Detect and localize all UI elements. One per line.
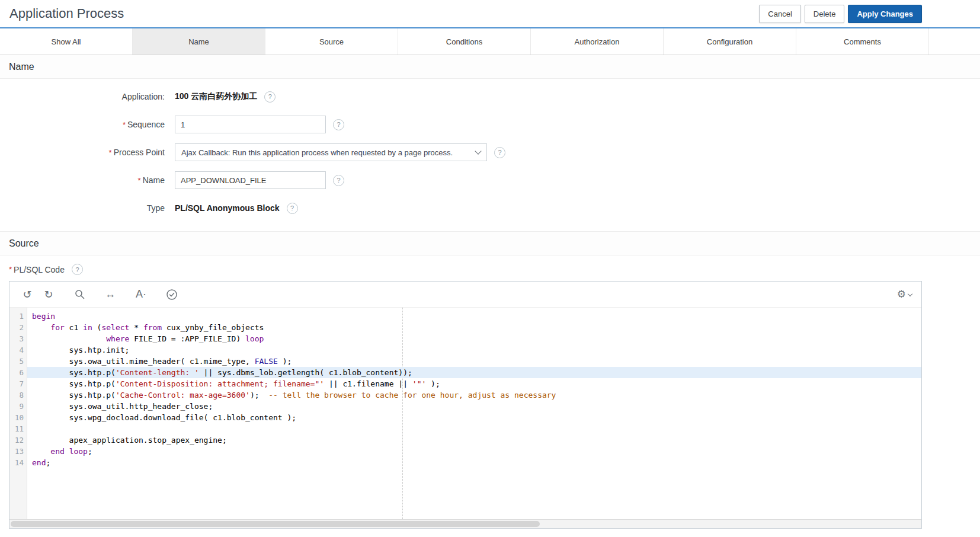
code-line[interactable]: sys.htp.init; bbox=[27, 344, 921, 356]
application-value: 100 云南白药外协加工 bbox=[175, 91, 257, 102]
editor-settings[interactable]: ⚙ bbox=[897, 288, 912, 301]
code-line[interactable]: begin bbox=[27, 311, 921, 322]
line-number: 6 bbox=[9, 367, 24, 378]
code-token bbox=[65, 447, 69, 456]
code-token: sys.owa_util.http_header_close; bbox=[32, 402, 213, 411]
scrollbar-thumb[interactable] bbox=[11, 521, 540, 527]
validate-icon[interactable] bbox=[164, 286, 180, 303]
code-token: from bbox=[143, 323, 162, 332]
tab-authorization[interactable]: Authorization bbox=[531, 28, 664, 55]
editor-code-area[interactable]: begin for c1 in (select * from cux_ynby_… bbox=[27, 308, 921, 519]
source-section: Source * PL/SQL Code ? ↺ ↻ ↔ A· bbox=[0, 231, 980, 529]
help-icon[interactable]: ? bbox=[287, 203, 298, 214]
help-icon[interactable]: ? bbox=[264, 91, 276, 103]
code-token: ); bbox=[426, 379, 440, 388]
line-number: 5 bbox=[9, 356, 24, 367]
process-point-row: *Process Point Ajax Callback: Run this a… bbox=[0, 143, 980, 161]
code-line[interactable]: end; bbox=[27, 457, 921, 468]
code-line[interactable]: sys.owa_util.mime_header( c1.mime_type, … bbox=[27, 356, 921, 367]
validate-group bbox=[164, 286, 180, 303]
code-token: ); bbox=[278, 357, 292, 366]
find-replace-group: ↔ bbox=[102, 286, 119, 303]
code-token: c1 bbox=[65, 323, 83, 332]
required-asterisk: * bbox=[9, 265, 12, 274]
sequence-input[interactable] bbox=[175, 116, 326, 133]
sequence-label: *Sequence bbox=[0, 120, 175, 129]
tab-name[interactable]: Name bbox=[133, 28, 265, 55]
required-asterisk: * bbox=[123, 120, 126, 129]
delete-button[interactable]: Delete bbox=[805, 5, 845, 23]
search-icon[interactable] bbox=[71, 286, 88, 303]
name-section: Name Application: 100 云南白药外协加工 ? *Sequen… bbox=[0, 55, 980, 231]
code-token: ); bbox=[250, 391, 268, 399]
tab-conditions[interactable]: Conditions bbox=[398, 28, 531, 55]
code-line[interactable]: end loop; bbox=[27, 446, 921, 457]
type-label: Type bbox=[0, 203, 175, 213]
code-token bbox=[32, 334, 106, 343]
line-number: 7 bbox=[9, 378, 24, 389]
code-line[interactable]: apex_application.stop_apex_engine; bbox=[27, 434, 921, 446]
code-line[interactable]: sys.owa_util.http_header_close; bbox=[27, 401, 921, 412]
editor-gutter: 1234567891011121314 bbox=[9, 308, 27, 519]
help-icon[interactable]: ? bbox=[72, 264, 83, 275]
code-token: || sys.dbms_lob.getlength( c1.blob_conte… bbox=[199, 368, 412, 377]
plsql-code-label-row: * PL/SQL Code ? bbox=[0, 255, 980, 281]
code-token: where bbox=[106, 334, 129, 343]
line-number: 4 bbox=[9, 344, 24, 356]
code-token: ( bbox=[92, 323, 102, 332]
cancel-button[interactable]: Cancel bbox=[759, 5, 800, 23]
code-line[interactable]: sys.wpg_docload.download_file( c1.blob_c… bbox=[27, 412, 921, 423]
code-editor: ↺ ↻ ↔ A· ⚙ bbox=[9, 281, 922, 529]
code-token: ; bbox=[46, 458, 50, 467]
code-line[interactable] bbox=[27, 423, 921, 434]
line-number: 12 bbox=[9, 434, 24, 446]
font-size-icon[interactable]: A· bbox=[133, 286, 149, 303]
code-line[interactable]: sys.htp.p('Content-Disposition: attachme… bbox=[27, 378, 921, 389]
page-title: Application Process bbox=[9, 6, 124, 21]
editor-horizontal-scrollbar[interactable] bbox=[9, 519, 921, 528]
line-number: 10 bbox=[9, 412, 24, 423]
process-point-select[interactable]: Ajax Callback: Run this application proc… bbox=[175, 143, 487, 161]
line-number: 11 bbox=[9, 423, 24, 434]
name-label: *Name bbox=[0, 175, 175, 185]
code-token: sys.wpg_docload.download_file( c1.blob_c… bbox=[32, 413, 296, 422]
code-token: FALSE bbox=[255, 357, 278, 366]
code-token: loop bbox=[245, 334, 264, 343]
help-icon[interactable]: ? bbox=[333, 119, 344, 130]
code-line[interactable]: sys.htp.p('Content-length: ' || sys.dbms… bbox=[27, 367, 921, 378]
search-group bbox=[71, 286, 88, 303]
tab-source[interactable]: Source bbox=[265, 28, 398, 55]
undo-redo-group: ↺ ↻ bbox=[19, 286, 57, 303]
code-token: 'Content-length: ' bbox=[116, 368, 199, 377]
undo-icon[interactable]: ↺ bbox=[19, 286, 36, 303]
process-point-label: *Process Point bbox=[0, 148, 175, 157]
required-asterisk: * bbox=[109, 148, 112, 157]
tab-comments[interactable]: Comments bbox=[796, 28, 929, 55]
code-token: sys.htp.p( bbox=[32, 368, 116, 377]
name-section-title: Name bbox=[0, 55, 980, 79]
redo-icon[interactable]: ↻ bbox=[40, 286, 57, 303]
editor-body[interactable]: 1234567891011121314 begin for c1 in (sel… bbox=[9, 308, 921, 519]
code-token bbox=[32, 323, 50, 332]
line-number: 3 bbox=[9, 333, 24, 344]
code-token: loop bbox=[69, 447, 88, 456]
gear-icon: ⚙ bbox=[897, 288, 906, 301]
code-line[interactable]: for c1 in (select * from cux_ynby_file_o… bbox=[27, 322, 921, 333]
tab-show-all[interactable]: Show All bbox=[0, 28, 133, 55]
find-replace-icon[interactable]: ↔ bbox=[102, 286, 119, 303]
code-token: select bbox=[101, 323, 129, 332]
code-line[interactable]: where FILE_ID = :APP_FILE_ID) loop bbox=[27, 333, 921, 344]
code-line[interactable]: sys.htp.p('Cache-Control: max-age=3600')… bbox=[27, 389, 921, 401]
application-row: Application: 100 云南白药外协加工 ? bbox=[0, 88, 980, 106]
help-icon[interactable]: ? bbox=[494, 147, 505, 158]
tab-configuration[interactable]: Configuration bbox=[664, 28, 796, 55]
type-row: Type PL/SQL Anonymous Block ? bbox=[0, 199, 980, 217]
line-number: 9 bbox=[9, 401, 24, 412]
code-token: for bbox=[50, 323, 64, 332]
help-icon[interactable]: ? bbox=[333, 175, 344, 186]
line-number: 8 bbox=[9, 389, 24, 401]
apply-changes-button[interactable]: Apply Changes bbox=[848, 5, 922, 23]
code-token: sys.owa_util.mime_header( c1.mime_type, bbox=[32, 357, 255, 366]
code-token: sys.htp.p( bbox=[32, 379, 116, 388]
name-input[interactable] bbox=[175, 171, 326, 189]
